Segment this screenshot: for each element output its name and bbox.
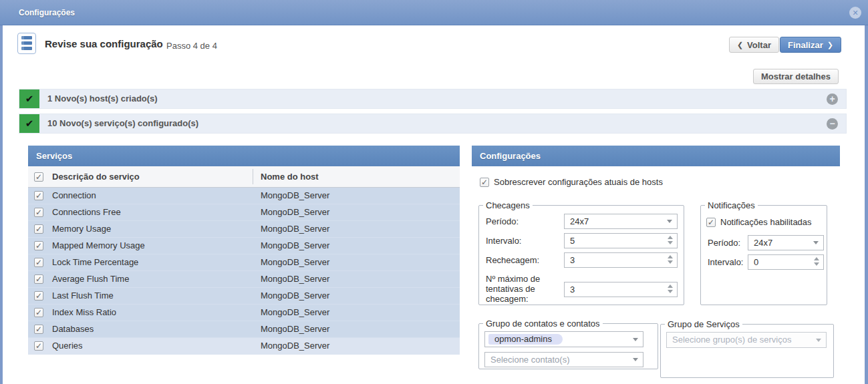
chevron-down-icon <box>633 358 638 361</box>
spinner-arrows-icon[interactable] <box>667 255 674 264</box>
row-checkbox[interactable]: ✓ <box>34 191 43 200</box>
notifications-legend: Notificações <box>705 200 758 210</box>
chevron-down-icon <box>633 338 638 341</box>
step-indicator: Passo 4 de 4 <box>166 41 217 51</box>
max-attempts-input[interactable] <box>564 282 678 297</box>
chevron-left-icon: ❮ <box>737 41 743 49</box>
table-row[interactable]: ✓ConnectionMongoDB_Server <box>28 188 460 204</box>
summary-services-row[interactable]: ✔ 10 Novo(s) serviço(s) configurado(s) − <box>19 114 847 134</box>
chevron-down-icon <box>816 339 821 342</box>
row-checkbox[interactable]: ✓ <box>34 341 43 351</box>
services-panel: Serviços ✓ Descrição do serviço Nome do … <box>28 146 460 355</box>
service-name-cell: Average Flush Time <box>52 271 129 287</box>
finish-button[interactable]: Finalizar ❯ <box>780 37 841 53</box>
check-period-select[interactable]: 24x7 <box>564 214 678 229</box>
service-name-cell: Queries <box>52 338 83 354</box>
notifications-enabled-row: ✓ Notificações habilitadas <box>706 217 812 227</box>
expand-plus-icon[interactable]: + <box>827 93 838 105</box>
service-groups-select[interactable]: Selecione grupo(s) de serviços <box>666 332 827 348</box>
recheck-label: Rechecagem: <box>486 255 539 265</box>
notif-interval-label: Intervalo: <box>708 257 743 267</box>
table-row[interactable]: ✓Mapped Memory UsageMongoDB_Server <box>28 238 460 254</box>
spinner-arrows-icon[interactable] <box>813 257 820 266</box>
spinner-arrows-icon[interactable] <box>667 236 674 244</box>
finish-button-label: Finalizar <box>788 40 823 50</box>
services-table-body: ✓ConnectionMongoDB_Server✓Connections Fr… <box>28 188 460 355</box>
row-checkbox[interactable]: ✓ <box>34 274 43 284</box>
table-row[interactable]: ✓Memory UsageMongoDB_Server <box>28 221 460 238</box>
row-checkbox[interactable]: ✓ <box>34 258 43 267</box>
chevron-down-icon <box>667 220 672 223</box>
chevron-down-icon <box>813 241 819 244</box>
notif-period-label: Período: <box>708 238 740 248</box>
table-row[interactable]: ✓Last Flush TimeMongoDB_Server <box>28 288 460 305</box>
show-details-label: Mostrar detalhes <box>761 71 831 81</box>
settings-panel: Configurações ✓ Sobrescrever configuraçõ… <box>472 146 840 166</box>
spinner-arrows-icon[interactable] <box>667 284 674 293</box>
configurations-window: Configurações ✕ Revise sua configuração … <box>0 0 868 384</box>
host-name-cell: MongoDB_Server <box>261 321 329 337</box>
interval-label: Intervalo: <box>486 236 521 246</box>
contacts-select[interactable]: Selecione contato(s) <box>484 352 643 367</box>
notif-interval-input[interactable] <box>748 254 824 270</box>
row-checkbox[interactable]: ✓ <box>34 241 43 250</box>
row-checkbox[interactable]: ✓ <box>34 291 43 301</box>
close-icon[interactable]: ✕ <box>849 7 861 19</box>
table-row[interactable]: ✓DatabasesMongoDB_Server <box>28 321 460 338</box>
overwrite-settings-row: ✓ Sobrescrever configurações atuais de h… <box>480 177 663 187</box>
window-title: Configurações <box>19 0 75 25</box>
host-name-cell: MongoDB_Server <box>261 288 329 304</box>
service-name-cell: Last Flush Time <box>52 288 114 304</box>
period-label: Período: <box>486 216 519 226</box>
host-name-cell: MongoDB_Server <box>261 338 329 354</box>
contact-group-select[interactable]: opmon-admins <box>484 331 643 347</box>
table-row[interactable]: ✓Lock Time PercentageMongoDB_Server <box>28 254 460 271</box>
service-name-cell: Connections Free <box>52 204 121 220</box>
show-details-button[interactable]: Mostrar detalhes <box>753 69 839 84</box>
checks-legend: Checagens <box>483 200 533 210</box>
notifications-fieldset: Notificações ✓ Notificações habilitadas … <box>700 200 827 305</box>
recheck-field <box>564 252 678 268</box>
check-interval-input[interactable] <box>564 233 678 248</box>
recheck-input[interactable] <box>564 252 678 268</box>
overwrite-checkbox[interactable]: ✓ <box>480 178 489 187</box>
notifications-enabled-checkbox[interactable]: ✓ <box>706 218 716 227</box>
table-row[interactable]: ✓Connections FreeMongoDB_Server <box>28 204 460 221</box>
back-button[interactable]: ❮ Voltar <box>729 37 779 53</box>
summary-hosts-label: 1 Novo(s) host(s) criado(s) <box>47 89 158 108</box>
service-name-cell: Connection <box>52 188 96 204</box>
settings-panel-title: Configurações <box>472 146 840 166</box>
row-checkbox[interactable]: ✓ <box>34 308 43 317</box>
check-interval-field <box>564 233 678 248</box>
max-attempts-label: Nº máximo de tentativas de checagem: <box>486 274 559 304</box>
notif-interval-field <box>748 254 824 270</box>
max-attempts-field <box>564 282 678 297</box>
service-name-cell: Databases <box>52 321 94 337</box>
contacts-placeholder: Selecione contato(s) <box>490 353 570 367</box>
row-checkbox[interactable]: ✓ <box>34 224 43 234</box>
select-all-checkbox[interactable]: ✓ <box>34 172 43 182</box>
row-checkbox[interactable]: ✓ <box>34 208 43 217</box>
check-icon: ✔ <box>19 114 39 133</box>
host-name-cell: MongoDB_Server <box>261 305 329 321</box>
column-header-service: Descrição do serviço <box>52 166 140 188</box>
row-checkbox[interactable]: ✓ <box>34 325 43 334</box>
overwrite-label: Sobrescrever configurações atuais de hos… <box>494 177 663 187</box>
service-groups-legend: Grupo de Serviços <box>665 319 742 329</box>
summary-hosts-row[interactable]: ✔ 1 Novo(s) host(s) criado(s) + <box>19 89 847 109</box>
table-row[interactable]: ✓Index Miss RatioMongoDB_Server <box>28 305 460 321</box>
window-titlebar: Configurações ✕ <box>0 0 868 25</box>
table-row[interactable]: ✓QueriesMongoDB_Server <box>28 338 460 355</box>
back-button-label: Voltar <box>747 40 771 50</box>
checks-fieldset: Checagens Período: 24x7 Intervalo: Reche… <box>478 200 684 305</box>
service-name-cell: Index Miss Ratio <box>52 305 116 321</box>
service-groups-fieldset: Grupo de Serviços Selecione grupo(s) de … <box>660 319 834 378</box>
contact-groups-legend: Grupo de contatos e contatos <box>483 319 603 329</box>
notif-period-select[interactable]: 24x7 <box>748 235 824 250</box>
selected-contact-group-tag: opmon-admins <box>488 334 563 345</box>
services-table-header: ✓ Descrição do serviço Nome do host <box>28 166 460 188</box>
column-header-host: Nome do host <box>261 166 319 188</box>
table-row[interactable]: ✓Average Flush TimeMongoDB_Server <box>28 271 460 288</box>
collapse-minus-icon[interactable]: − <box>827 118 838 130</box>
service-name-cell: Mapped Memory Usage <box>52 238 145 254</box>
